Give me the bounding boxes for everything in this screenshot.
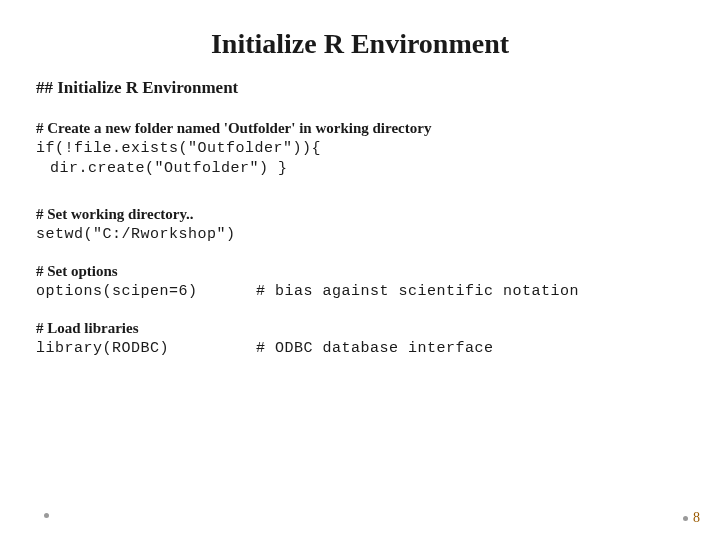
block-create-folder: # Create a new folder named 'Outfolder' … [36, 120, 684, 180]
block1-heading: # Create a new folder named 'Outfolder' … [36, 120, 684, 137]
code-comment: # ODBC database interface [256, 339, 684, 359]
code-line: if(!file.exists("Outfolder")){ [36, 139, 684, 159]
code-line: setwd("C:/Rworkshop") [36, 225, 684, 245]
code-line: options(scipen=6) [36, 282, 256, 302]
section-heading: ## Initialize R Environment [36, 78, 684, 98]
decorative-bullet-icon [44, 513, 49, 518]
slide: Initialize R Environment ## Initialize R… [0, 0, 720, 540]
slide-title: Initialize R Environment [36, 28, 684, 60]
code-line: library(RODBC) [36, 339, 256, 359]
block-library: # Load libraries library(RODBC) # ODBC d… [36, 320, 684, 359]
block3-heading: # Set options [36, 263, 684, 280]
decorative-bullet-icon [683, 516, 688, 521]
code-comment: # bias against scientific notation [256, 282, 684, 302]
page-number: 8 [693, 510, 700, 526]
block2-heading: # Set working directory.. [36, 206, 684, 223]
code-line: dir.create("Outfolder") } [36, 159, 684, 179]
block-setwd: # Set working directory.. setwd("C:/Rwor… [36, 206, 684, 245]
block4-heading: # Load libraries [36, 320, 684, 337]
block-options: # Set options options(scipen=6) # bias a… [36, 263, 684, 302]
page-number-area: 8 [683, 510, 700, 526]
